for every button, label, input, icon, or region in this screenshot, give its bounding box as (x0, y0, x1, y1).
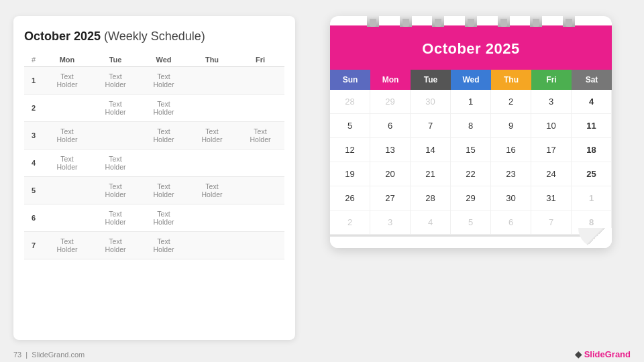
day-header-thu: Thu (491, 70, 531, 90)
calendar-widget: October 2025 Sun Mon Tue Wed Thu Fri Sat… (330, 16, 612, 248)
col-header-wed: Wed (140, 53, 188, 67)
cal-cell: 1 (572, 186, 612, 210)
day-header-sun: Sun (330, 70, 370, 90)
table-cell (188, 204, 236, 232)
table-cell (188, 149, 236, 177)
table-cell: TextHolder (91, 204, 140, 232)
table-cell: TextHolder (140, 122, 188, 149)
cal-cell: 3 (370, 210, 411, 235)
schedule-subtitle: (Weekly Schedule) (101, 29, 205, 43)
table-cell: TextHolder (91, 149, 140, 177)
table-cell: 5 (24, 177, 43, 204)
cal-cell: 3 (531, 90, 572, 114)
table-row: 7TextHolderTextHolderTextHolder (24, 232, 284, 259)
cal-cell: 28 (330, 90, 370, 114)
table-row: 3TextHolderTextHolderTextHolderTextHolde… (24, 122, 284, 149)
cal-cell: 5 (451, 210, 491, 235)
cal-cell: 26 (330, 186, 370, 210)
ring-1 (367, 16, 379, 27)
day-header-mon: Mon (370, 70, 411, 90)
calendar-rings (330, 16, 612, 27)
cal-cell: 18 (572, 138, 612, 162)
table-cell (43, 204, 91, 232)
table-cell: TextHolder (188, 177, 236, 204)
cal-cell: 29 (370, 90, 411, 114)
table-cell (236, 177, 284, 204)
table-cell: TextHolder (43, 122, 91, 149)
table-cell (188, 67, 236, 95)
cal-cell: 31 (531, 186, 572, 210)
table-row: 1TextHolderTextHolderTextHolder (24, 67, 284, 95)
calendar-title: October 2025 (343, 40, 598, 58)
table-cell (43, 95, 91, 122)
main-content: October 2025 (Weekly Schedule) # Mon Tue… (0, 0, 644, 347)
schedule-table: # Mon Tue Wed Thu Fri 1TextHolderTextHol… (24, 53, 284, 259)
cal-cell: 4 (411, 210, 451, 235)
calendar-days-header: Sun Mon Tue Wed Thu Fri Sat (330, 70, 612, 90)
cal-cell: 27 (370, 186, 411, 210)
calendar-header: October 2025 (330, 25, 612, 70)
cal-cell: 8 (451, 114, 491, 138)
table-cell: 4 (24, 149, 43, 177)
table-cell (236, 149, 284, 177)
table-cell: TextHolder (140, 232, 188, 259)
right-panel: October 2025 Sun Mon Tue Wed Thu Fri Sat… (311, 16, 631, 340)
ring-7 (563, 16, 575, 27)
table-cell: TextHolder (91, 67, 140, 95)
table-cell: TextHolder (188, 122, 236, 149)
col-header-fri: Fri (236, 53, 284, 67)
cal-cell: 22 (451, 162, 491, 186)
table-cell: 7 (24, 232, 43, 259)
table-cell: TextHolder (236, 122, 284, 149)
table-cell: 1 (24, 67, 43, 95)
cal-cell: 6 (491, 210, 531, 235)
col-header-tue: Tue (91, 53, 140, 67)
table-row: 4TextHolderTextHolder (24, 149, 284, 177)
cal-cell: 10 (531, 114, 572, 138)
cal-cell: 13 (370, 138, 411, 162)
cal-cell: 4 (572, 90, 612, 114)
cal-cell: 9 (491, 114, 531, 138)
table-cell: 2 (24, 95, 43, 122)
table-cell (236, 232, 284, 259)
ring-2 (400, 16, 412, 27)
table-cell: 3 (24, 122, 43, 149)
cal-cell: 17 (531, 138, 572, 162)
table-cell: TextHolder (140, 177, 188, 204)
day-header-tue: Tue (411, 70, 451, 90)
schedule-title: October 2025 (Weekly Schedule) (24, 29, 284, 44)
cal-cell: 29 (451, 186, 491, 210)
table-cell (188, 232, 236, 259)
table-cell (236, 95, 284, 122)
ring-5 (498, 16, 510, 27)
table-row: 6TextHolderTextHolder (24, 204, 284, 232)
page-number: 73 | SlideGrand.com (13, 351, 85, 359)
cal-cell: 2 (330, 210, 370, 235)
table-cell: TextHolder (91, 232, 140, 259)
footer-site: SlideGrand.com (32, 351, 85, 359)
table-cell (43, 177, 91, 204)
table-cell: TextHolder (43, 149, 91, 177)
cal-cell: 7 (411, 114, 451, 138)
day-header-sat: Sat (572, 70, 612, 90)
footer: 73 | SlideGrand.com ◆ SlideGrand (0, 347, 644, 362)
ring-3 (432, 16, 444, 27)
cal-cell: 1 (451, 90, 491, 114)
footer-logo: ◆ SlideGrand (575, 349, 631, 359)
cal-cell: 14 (411, 138, 451, 162)
cal-cell: 23 (491, 162, 531, 186)
cal-cell: 30 (491, 186, 531, 210)
calendar-grid: 2829301234567891011121314151617181920212… (330, 90, 612, 235)
table-cell: TextHolder (140, 95, 188, 122)
table-row: 2TextHolderTextHolder (24, 95, 284, 122)
cal-cell: 30 (411, 90, 451, 114)
cal-cell: 24 (531, 162, 572, 186)
cal-cell: 2 (491, 90, 531, 114)
cal-cell: 12 (330, 138, 370, 162)
day-header-fri: Fri (531, 70, 572, 90)
cal-cell: 20 (370, 162, 411, 186)
table-cell (236, 67, 284, 95)
table-cell (91, 122, 140, 149)
ring-6 (530, 16, 542, 27)
table-row: 5TextHolderTextHolderTextHolder (24, 177, 284, 204)
